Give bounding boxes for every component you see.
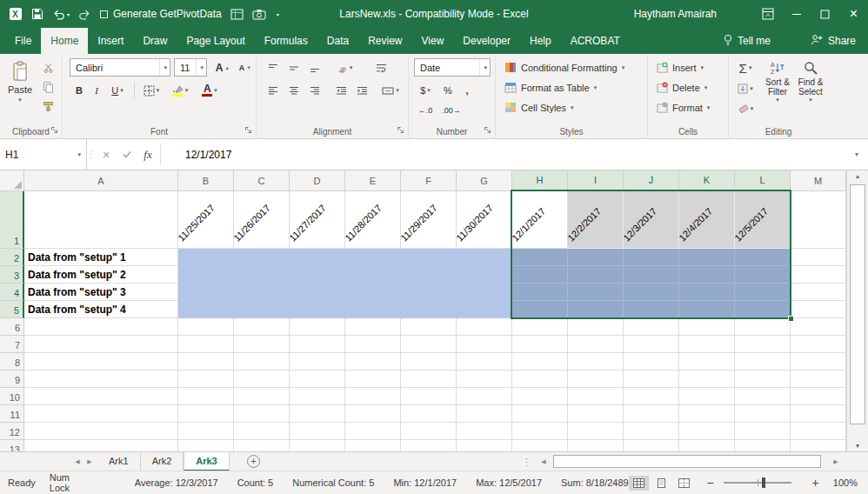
cell-i6[interactable] xyxy=(568,318,624,336)
share-button[interactable]: Share xyxy=(811,28,856,54)
sheet-nav-right-icon[interactable]: ▶ xyxy=(83,452,96,471)
cell-i9[interactable] xyxy=(568,370,624,388)
save-icon[interactable] xyxy=(31,8,43,20)
cell-i12[interactable] xyxy=(568,423,624,440)
cell-c4[interactable] xyxy=(234,284,290,301)
format-cells-button[interactable]: Format▾ xyxy=(653,98,713,117)
cell-j3[interactable] xyxy=(624,266,679,284)
row-header-12[interactable]: 12 xyxy=(0,423,24,440)
copy-button[interactable] xyxy=(38,78,57,96)
borders-button[interactable]: ▾ xyxy=(139,82,164,99)
cell-l1[interactable] xyxy=(735,191,791,249)
cell-e1[interactable] xyxy=(345,191,401,249)
cell-c6[interactable] xyxy=(234,318,290,336)
format-painter-button[interactable] xyxy=(38,97,57,115)
cell-j5[interactable] xyxy=(624,301,679,318)
increase-decimal-button[interactable]: ←.0 xyxy=(414,102,437,119)
cell-f12[interactable] xyxy=(401,423,457,440)
sort-filter-button[interactable]: AZ Sort & Filter▾ xyxy=(762,57,793,121)
increase-indent-button[interactable] xyxy=(352,82,371,99)
row-header-5[interactable]: 5 xyxy=(0,301,24,318)
paste-button[interactable]: Paste▾ xyxy=(4,57,36,120)
cell-j4[interactable] xyxy=(624,284,679,301)
cell-g3[interactable] xyxy=(457,266,512,284)
cell-e7[interactable] xyxy=(345,336,401,353)
cell-f8[interactable] xyxy=(401,353,457,370)
horizontal-scrollbar-thumb[interactable] xyxy=(553,455,821,468)
column-header-f[interactable]: F xyxy=(401,170,457,191)
cell-b7[interactable] xyxy=(178,336,234,353)
decrease-decimal-button[interactable]: .00→ xyxy=(440,102,463,119)
cell-k9[interactable] xyxy=(679,370,735,388)
column-header-m[interactable]: M xyxy=(791,170,846,191)
cell-c7[interactable] xyxy=(234,336,290,353)
cell-j7[interactable] xyxy=(624,336,679,353)
ribbon-display-options-icon[interactable] xyxy=(753,0,782,28)
alignment-dialog-launcher[interactable] xyxy=(396,125,405,135)
row-header-6[interactable]: 6 xyxy=(0,318,24,336)
cell-j6[interactable] xyxy=(624,318,679,336)
cell-l3[interactable] xyxy=(735,266,791,284)
bold-button[interactable]: B xyxy=(71,82,87,99)
clipboard-dialog-launcher[interactable] xyxy=(50,125,59,135)
delete-cells-button[interactable]: Delete▾ xyxy=(653,78,711,97)
cell-d4[interactable] xyxy=(290,284,345,301)
cell-a5[interactable]: Data from "setup" 4 xyxy=(24,301,178,318)
camera-icon[interactable] xyxy=(252,9,266,20)
cell-l12[interactable] xyxy=(735,423,791,440)
cell-m7[interactable] xyxy=(791,336,846,353)
column-header-e[interactable]: E xyxy=(345,170,401,191)
redo-icon[interactable] xyxy=(78,8,91,20)
cell-d12[interactable] xyxy=(290,423,345,440)
cell-k1[interactable] xyxy=(679,191,735,249)
underline-button[interactable]: U▾ xyxy=(106,82,129,99)
cell-g13[interactable] xyxy=(457,440,512,451)
find-select-button[interactable]: Find & Select▾ xyxy=(795,57,826,121)
cell-b8[interactable] xyxy=(178,353,234,370)
cut-button[interactable] xyxy=(38,59,57,77)
column-header-h[interactable]: H xyxy=(512,170,568,191)
cell-j2[interactable] xyxy=(624,249,679,266)
cell-a1[interactable] xyxy=(24,191,178,249)
percent-style-button[interactable]: % xyxy=(440,82,456,99)
wrap-text-button[interactable] xyxy=(368,59,394,77)
italic-button[interactable]: I xyxy=(89,82,104,99)
cell-c3[interactable] xyxy=(234,266,290,284)
font-dialog-launcher[interactable] xyxy=(244,125,253,135)
row-header-9[interactable]: 9 xyxy=(0,370,24,388)
cell-d10[interactable] xyxy=(290,388,345,405)
cell-g1[interactable] xyxy=(457,191,512,249)
cell-k11[interactable] xyxy=(679,405,735,423)
cell-a13[interactable] xyxy=(24,440,178,451)
ribbon-tab-insert[interactable]: Insert xyxy=(88,28,133,54)
ribbon-tab-home[interactable]: Home xyxy=(41,28,88,54)
horizontal-scrollbar[interactable] xyxy=(553,455,828,468)
sheet-tab-ark1[interactable]: Ark1 xyxy=(97,452,141,471)
cell-i10[interactable] xyxy=(568,388,624,405)
cell-h2[interactable] xyxy=(512,249,568,266)
column-header-l[interactable]: L xyxy=(735,170,791,191)
cell-c1[interactable] xyxy=(234,191,290,249)
column-header-k[interactable]: K xyxy=(679,170,735,191)
cell-m9[interactable] xyxy=(791,370,846,388)
cell-h1[interactable] xyxy=(512,191,568,249)
cell-k5[interactable] xyxy=(679,301,735,318)
cell-b13[interactable] xyxy=(178,440,234,451)
orientation-button[interactable]: ab▾ xyxy=(331,59,357,77)
cell-h8[interactable] xyxy=(512,353,568,370)
hscroll-right-icon[interactable]: ▶ xyxy=(830,452,842,471)
cell-b11[interactable] xyxy=(178,405,234,423)
cell-c12[interactable] xyxy=(234,423,290,440)
cell-f4[interactable] xyxy=(401,284,457,301)
excel-logo-icon[interactable]: X xyxy=(9,7,23,21)
cell-g5[interactable] xyxy=(457,301,512,318)
cell-i4[interactable] xyxy=(568,284,624,301)
cell-f6[interactable] xyxy=(401,318,457,336)
cell-g6[interactable] xyxy=(457,318,512,336)
sheet-nav-left-icon[interactable]: ◀ xyxy=(71,452,83,471)
column-header-b[interactable]: B xyxy=(178,170,234,191)
cell-m13[interactable] xyxy=(791,440,846,451)
cell-c13[interactable] xyxy=(234,440,290,451)
name-box-resizer[interactable]: ⋮ xyxy=(87,139,96,170)
page-layout-view-button[interactable] xyxy=(651,476,671,491)
